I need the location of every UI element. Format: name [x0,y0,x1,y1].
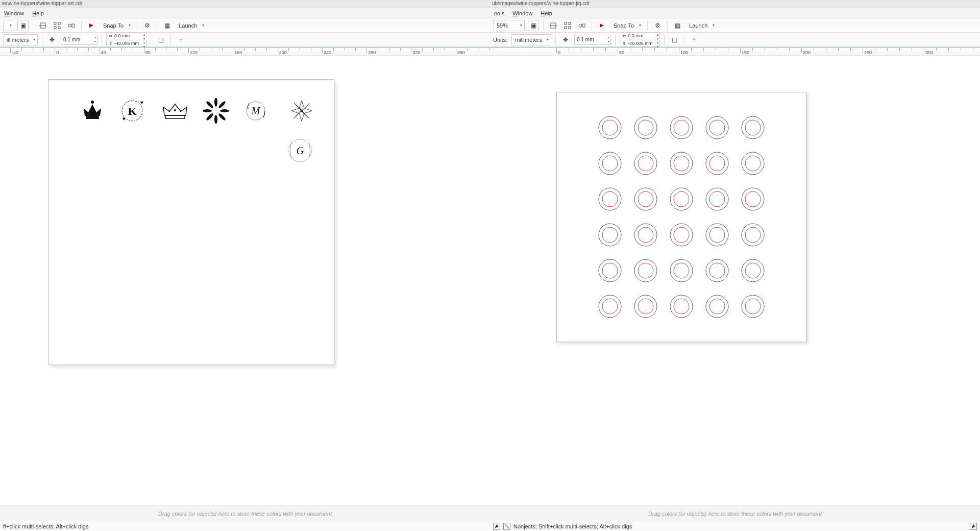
jig-circle[interactable] [741,151,765,177]
art-crown-2[interactable] [161,101,189,122]
svg-point-53 [602,156,618,171]
snap-to-dropdown[interactable]: Snap To [100,20,133,31]
snap-grid-icon[interactable] [562,20,573,31]
jig-circle[interactable] [633,187,658,212]
menu-bar[interactable]: ools WindowWindow HelpHelp [490,8,980,18]
launch-dropdown[interactable]: Launch [686,20,717,31]
jig-circle[interactable] [741,258,765,284]
jig-circle[interactable] [669,151,694,177]
ruler-horizontal[interactable]: 050100150200250300350 [490,48,980,56]
snap-to-dropdown[interactable]: Snap To [610,20,643,31]
jig-circle[interactable] [705,258,729,284]
snap-guides-icon[interactable] [37,20,48,31]
launch-icon[interactable]: ▦ [161,20,173,31]
nudge-input[interactable]: 0.1 mm [574,35,611,45]
snap-grid-icon[interactable] [52,20,63,31]
svg-point-51 [745,120,761,135]
toolbar-top: 59% ▣ Snap To ⚙ ▦ Launch [490,18,980,33]
snap-guides-icon[interactable] [548,20,559,31]
jig-circle[interactable] [741,187,765,212]
nudge-input[interactable]: 0.1 mm [61,35,97,45]
jig-circle[interactable] [633,151,658,177]
jig-circle[interactable] [598,151,622,177]
color-eyedropper-icon[interactable] [970,523,977,530]
jig-circle[interactable] [598,187,622,212]
jig-circle[interactable] [633,115,658,141]
jig-circle[interactable] [705,294,729,320]
add-plus-icon[interactable]: ＋ [689,34,700,45]
zoom-dropdown[interactable]: 59% [493,20,525,31]
divider [137,20,137,31]
jig-circle[interactable] [669,223,694,248]
art-crown-1[interactable] [80,98,105,124]
nudge-icon: ✥ [560,34,571,45]
jig-circle[interactable] [598,223,622,248]
art-daisy[interactable] [203,98,229,124]
jig-circle[interactable] [633,223,658,248]
art-monogram-k[interactable]: K ♥ ♥ [119,98,145,124]
units-label: Units: [493,37,507,43]
duplicate-offset-stack: ⇔0.0 mm ⇕-40.005 mm [106,32,146,47]
color-palette-dock[interactable]: Drag colors (or objects) here to store t… [490,505,980,521]
canvas-area[interactable]: K ♥ ♥ [0,56,490,505]
jig-circle[interactable] [669,115,694,141]
menu-help[interactable]: HelpHelp [541,10,552,16]
svg-point-81 [745,227,761,243]
jig-circle[interactable] [598,115,622,141]
svg-point-47 [674,120,689,135]
jig-circle[interactable] [705,187,729,212]
dup-y-input[interactable]: ⇕-40.005 mm [106,40,146,47]
menu-help[interactable]: HHelpelp [32,10,44,16]
menu-window[interactable]: WWindowindow [4,10,24,16]
units-dropdown[interactable]: millimeters [511,34,551,45]
jig-circle[interactable] [598,258,622,284]
treat-as-filled-icon[interactable]: ▢ [669,34,680,45]
zoom-dropdown[interactable] [3,20,14,31]
svg-text:M: M [251,105,261,116]
fill-swatch-icon[interactable] [493,523,500,530]
menu-window[interactable]: WindowWindow [512,10,532,16]
zoom-fit-icon[interactable]: ▣ [17,20,29,31]
ruler-horizontal[interactable]: -4004080120160200240280320360 [0,48,490,56]
jig-circle[interactable] [741,115,765,141]
jig-circle[interactable] [598,294,622,320]
svg-point-23 [206,101,214,109]
status-text: Nonjects; Shift+click multi-selects; Alt… [513,523,632,529]
jig-circle[interactable] [741,223,765,248]
launch-dropdown[interactable]: Launch [176,20,206,31]
art-poinsettia[interactable] [289,98,314,124]
snap-toggle-icon[interactable] [86,20,97,31]
menu-tools[interactable]: ools [494,10,504,16]
options-icon[interactable]: ⚙ [141,20,153,31]
drawing-page [556,92,806,342]
treat-as-filled-icon[interactable]: ▢ [155,34,166,45]
zoom-fit-icon[interactable]: ▣ [528,20,539,31]
jig-circle[interactable] [705,223,729,248]
jig-circle[interactable] [705,151,729,177]
color-palette-dock[interactable]: Drag colors (or objects) here to store t… [0,505,490,521]
svg-point-99 [709,299,725,314]
launch-icon[interactable]: ▦ [672,20,683,31]
jig-circle[interactable] [669,258,694,284]
jig-circle[interactable] [669,187,694,212]
dup-x-input[interactable]: ⇔0.0 mm [106,32,146,39]
dup-x-input[interactable]: ⇔0.0 mm [620,32,660,39]
menu-bar[interactable]: WWindowindow HHelpelp [0,8,490,18]
jig-circle[interactable] [633,294,658,320]
svg-rect-38 [569,27,571,29]
art-monogram-g[interactable]: G [286,137,314,164]
outline-swatch-icon[interactable] [503,523,510,530]
snap-objects-icon[interactable] [576,20,587,31]
dup-y-input[interactable]: ⇕-40.005 mm [620,40,660,47]
jig-circle[interactable] [705,115,729,141]
art-monogram-m[interactable]: M [243,98,268,124]
canvas-area[interactable] [490,56,980,505]
snap-objects-icon[interactable] [66,20,77,31]
snap-toggle-icon[interactable] [596,20,607,31]
jig-circle[interactable] [669,294,694,320]
options-icon[interactable]: ⚙ [652,20,663,31]
units-dropdown[interactable]: illimeters [3,34,38,45]
jig-circle[interactable] [633,258,658,284]
jig-circle[interactable] [741,294,765,320]
add-plus-icon[interactable]: ＋ [175,34,186,45]
